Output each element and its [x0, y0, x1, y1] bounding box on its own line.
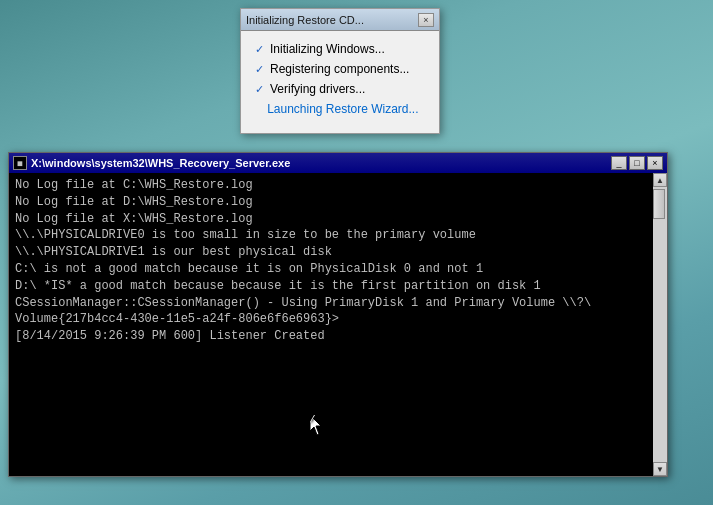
checkmark-3: ✓	[255, 81, 264, 97]
cmd-content-area: No Log file at C:\WHS_Restore.log No Log…	[9, 173, 667, 476]
cmd-close-button[interactable]: ×	[647, 156, 663, 170]
cmd-minimize-button[interactable]: _	[611, 156, 627, 170]
progress-item-3: ✓ Verifying drivers...	[255, 81, 425, 97]
cmd-line-9: Volume{217b4cc4-430e-11e5-a24f-806e6f6e6…	[15, 311, 647, 328]
scrollbar-thumb[interactable]	[653, 189, 665, 219]
dialog-close-button[interactable]: ×	[418, 13, 434, 27]
progress-item-4: Launching Restore Wizard...	[255, 101, 425, 117]
cmd-icon-char: ■	[18, 159, 23, 168]
cmd-line-3: No Log file at X:\WHS_Restore.log	[15, 211, 647, 228]
cmd-line-2: No Log file at D:\WHS_Restore.log	[15, 194, 647, 211]
checkmark-2: ✓	[255, 61, 264, 77]
cmd-line-10: [8/14/2015 9:26:39 PM 600] Listener Crea…	[15, 328, 647, 345]
cmd-title-left: ■ X:\windows\system32\WHS_Recovery_Serve…	[13, 156, 290, 170]
checkmark-4	[255, 101, 261, 117]
dialog-body: ✓ Initializing Windows... ✓ Registering …	[241, 31, 439, 133]
cmd-title-text: X:\windows\system32\WHS_Recovery_Server.…	[31, 157, 290, 169]
progress-item-text-2: Registering components...	[270, 61, 409, 77]
cmd-line-8: CSessionManager::CSessionManager() - Usi…	[15, 295, 647, 312]
cmd-line-4: \\.\PHYSICALDRIVE0 is too small in size …	[15, 227, 647, 244]
cmd-line-1: No Log file at C:\WHS_Restore.log	[15, 177, 647, 194]
cmd-restore-button[interactable]: □	[629, 156, 645, 170]
cmd-window: ■ X:\windows\system32\WHS_Recovery_Serve…	[8, 152, 668, 477]
cmd-scrollbar[interactable]: ▲ ▼	[653, 173, 667, 476]
cmd-window-buttons: _ □ ×	[611, 156, 663, 170]
cmd-titlebar: ■ X:\windows\system32\WHS_Recovery_Serve…	[9, 153, 667, 173]
desktop: Initializing Restore CD... × ✓ Initializ…	[0, 0, 713, 505]
scrollbar-up-button[interactable]: ▲	[653, 173, 667, 187]
progress-item-text-1: Initializing Windows...	[270, 41, 385, 57]
scrollbar-track	[653, 187, 667, 462]
scrollbar-down-button[interactable]: ▼	[653, 462, 667, 476]
dialog-title: Initializing Restore CD...	[246, 14, 364, 26]
cmd-line-5: \\.\PHYSICALDRIVE1 is our best physical …	[15, 244, 647, 261]
cmd-output: No Log file at C:\WHS_Restore.log No Log…	[9, 173, 653, 476]
cmd-line-6: C:\ is not a good match because it is on…	[15, 261, 647, 278]
progress-item-text-3: Verifying drivers...	[270, 81, 365, 97]
progress-dialog: Initializing Restore CD... × ✓ Initializ…	[240, 8, 440, 134]
progress-item-2: ✓ Registering components...	[255, 61, 425, 77]
progress-item-text-4: Launching Restore Wizard...	[267, 101, 418, 117]
progress-item-1: ✓ Initializing Windows...	[255, 41, 425, 57]
checkmark-1: ✓	[255, 41, 264, 57]
cmd-icon: ■	[13, 156, 27, 170]
dialog-titlebar: Initializing Restore CD... ×	[241, 9, 439, 31]
cmd-line-7: D:\ *IS* a good match because because it…	[15, 278, 647, 295]
